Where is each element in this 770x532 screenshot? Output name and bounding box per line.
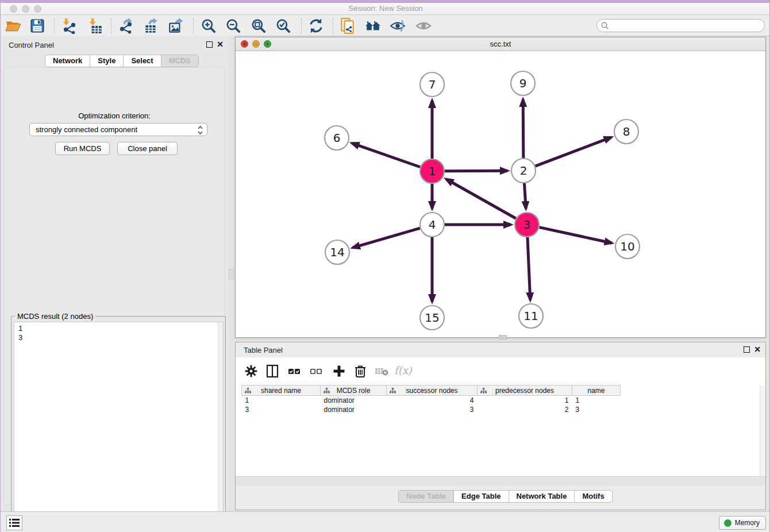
tab-network-table[interactable]: Network Table [509, 490, 575, 503]
graph-node-label-1: 1 [429, 164, 436, 178]
result-scrollbar[interactable] [218, 322, 223, 531]
network-canvas[interactable]: 7968124310141511 [236, 51, 765, 337]
add-column-icon[interactable] [332, 364, 346, 379]
network-view-window: ✕ − + scc.txt 7968124310141511 [235, 37, 766, 338]
table-cell[interactable]: 3 [387, 405, 478, 414]
tab-edge-table[interactable]: Edge Table [453, 490, 509, 503]
clone-network-icon[interactable] [340, 18, 356, 34]
function-builder-icon[interactable]: f(x) [394, 364, 412, 376]
control-panel-header: Control Panel ✕ [1, 36, 228, 55]
mcds-result-groupbox: MCDS result (2 nodes) 1 3 [11, 316, 226, 532]
graph-edge-3-1[interactable] [446, 179, 515, 218]
graph-edge-3-11[interactable] [528, 237, 530, 300]
toolbar-separator [54, 18, 55, 34]
close-panel-button[interactable]: Close panel [117, 142, 178, 155]
float-table-panel-icon[interactable] [744, 346, 750, 353]
column-header-shared-name[interactable]: shared name [242, 385, 321, 396]
export-image-icon[interactable] [168, 18, 184, 34]
node-table: shared name MCDS role successor nodes pr… [241, 385, 621, 414]
tab-style[interactable]: Style [90, 55, 124, 67]
graph-edge-2-3[interactable] [524, 183, 526, 209]
sort-icon [390, 388, 396, 394]
tab-network[interactable]: Network [45, 55, 90, 67]
table-cell[interactable]: 1 [572, 396, 621, 405]
graph-node-label-8: 8 [623, 125, 630, 138]
search-input[interactable] [610, 21, 764, 31]
graph-edge-3-10[interactable] [539, 228, 611, 243]
graph-node-label-4: 4 [429, 218, 436, 232]
table-cell[interactable]: 4 [387, 396, 478, 405]
horizontal-splitter-handle[interactable] [499, 335, 507, 340]
zoom-fit-icon[interactable] [251, 18, 267, 34]
criterion-dropdown[interactable]: strongly connected component [29, 123, 207, 136]
import-network-icon[interactable] [61, 18, 77, 34]
show-columns-icon[interactable] [265, 364, 280, 379]
network-window-titlebar[interactable]: ✕ − + scc.txt [236, 37, 765, 51]
vertical-splitter[interactable] [228, 36, 235, 510]
refresh-layout-icon[interactable] [308, 18, 324, 34]
table-cell[interactable]: 1 [478, 396, 572, 405]
column-header-mcds-role[interactable]: MCDS role [321, 385, 387, 396]
graph-edge-1-6[interactable] [352, 143, 420, 167]
graph-edge-1-2[interactable] [445, 171, 507, 171]
task-history-button[interactable] [6, 515, 22, 530]
table-row[interactable]: 3dominator323 [242, 405, 621, 414]
mcds-result-list[interactable]: 1 3 [14, 322, 224, 531]
table-cell[interactable]: 3 [572, 405, 621, 414]
titlebar: Session: New Session [1, 0, 770, 15]
first-neighbors-icon[interactable] [365, 18, 381, 34]
table-cell[interactable]: dominator [321, 396, 387, 405]
splitter-handle[interactable] [229, 269, 234, 279]
delete-table-icon[interactable] [374, 364, 389, 379]
graph-node-label-10: 10 [620, 240, 634, 253]
graph-edge-4-14[interactable] [353, 228, 420, 248]
graph-edge-2-8[interactable] [536, 137, 611, 166]
graph-node-label-11: 11 [523, 309, 538, 323]
table-vertical-scrollbar[interactable] [760, 385, 765, 485]
sort-icon [480, 388, 487, 394]
graph-edge-2-9[interactable] [523, 99, 523, 158]
control-panel-title: Control Panel [9, 41, 54, 49]
deselect-all-columns-icon[interactable] [309, 364, 324, 379]
hide-selected-icon[interactable] [390, 18, 406, 34]
table-cell[interactable]: 2 [478, 405, 572, 414]
table-cell[interactable]: dominator [321, 405, 387, 414]
run-mcds-button[interactable]: Run MCDS [55, 142, 110, 155]
close-table-panel-icon[interactable]: ✕ [754, 346, 761, 353]
table-cell[interactable]: 3 [242, 405, 321, 414]
float-panel-icon[interactable] [206, 41, 213, 48]
search-field[interactable] [596, 19, 765, 32]
memory-label: Memory [735, 519, 760, 527]
save-session-icon[interactable] [29, 18, 45, 34]
open-session-icon[interactable] [5, 18, 21, 34]
zoom-out-icon[interactable] [225, 18, 241, 34]
sort-icon [245, 388, 251, 394]
tab-mcds[interactable]: MCDS [161, 55, 199, 67]
tab-select[interactable]: Select [123, 55, 161, 67]
table-cell[interactable]: 1 [242, 396, 321, 405]
column-header-name[interactable]: name [572, 385, 621, 396]
import-table-icon[interactable] [87, 18, 103, 34]
tab-motifs[interactable]: Motifs [574, 490, 612, 503]
table-row[interactable]: 1dominator411 [242, 396, 621, 405]
table-panel-footer: Node Table Edge Table Network Table Moti… [236, 485, 765, 510]
zoom-selected-icon[interactable] [275, 18, 291, 34]
zoom-in-icon[interactable] [201, 18, 217, 34]
list-icon [9, 518, 20, 527]
column-header-successor-nodes[interactable]: successor nodes [387, 385, 478, 396]
memory-button[interactable]: Memory [719, 516, 766, 530]
close-panel-icon[interactable]: ✕ [217, 41, 224, 48]
table-horizontal-scrollbar[interactable] [236, 476, 765, 485]
settings-gear-icon[interactable] [244, 364, 259, 379]
column-header-predecessor-nodes[interactable]: predecessor nodes [478, 385, 572, 396]
mcds-panel: Optimization criterion: strongly connect… [3, 67, 225, 505]
tab-node-table[interactable]: Node Table [398, 490, 454, 503]
result-line: 1 [18, 324, 223, 333]
table-header-row: shared name MCDS role successor nodes pr… [242, 385, 621, 396]
graph-node-label-6: 6 [333, 131, 341, 145]
select-all-columns-icon[interactable] [287, 364, 302, 379]
show-all-icon[interactable] [415, 18, 432, 34]
export-network-icon[interactable] [118, 18, 134, 34]
export-table-icon[interactable] [143, 18, 159, 34]
delete-column-icon[interactable] [353, 364, 368, 379]
